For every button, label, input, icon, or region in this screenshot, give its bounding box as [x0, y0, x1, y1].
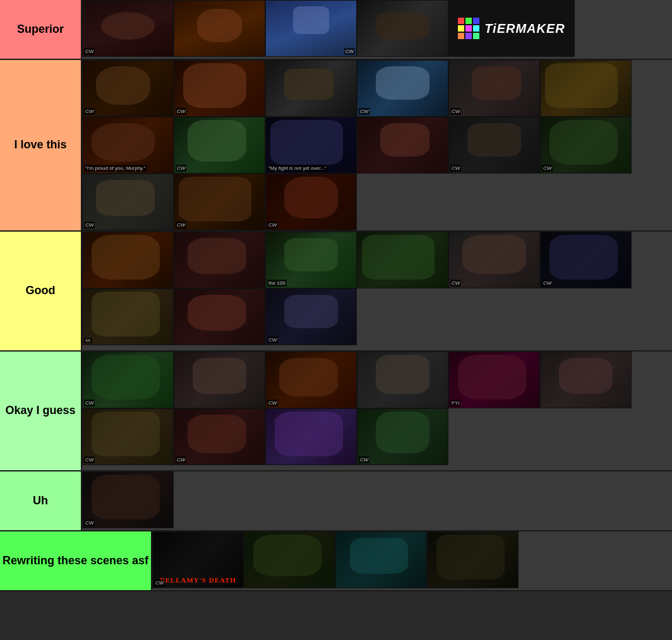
tier-label-uh: Uh [0, 471, 81, 530]
list-item[interactable]: CW [174, 174, 265, 230]
uh-label-text: Uh [33, 494, 48, 508]
list-item[interactable]: CW [174, 60, 265, 117]
list-item[interactable]: CW [448, 117, 540, 174]
rewriting-label-text: Rewriting these scenes asf [3, 554, 148, 568]
list-item[interactable] [357, 117, 448, 174]
tier-content-superior: CW CW [81, 0, 672, 59]
list-item[interactable]: CW [265, 288, 357, 345]
tier-content-good: the 100 CW CW 4K CW [81, 232, 672, 350]
love-label-text: I love this [14, 138, 66, 152]
list-item[interactable]: CW [82, 352, 174, 408]
list-item[interactable] [540, 60, 632, 117]
okay-label-text: Okay I guess [5, 404, 75, 418]
list-item[interactable] [174, 0, 265, 57]
list-item[interactable] [335, 531, 427, 588]
list-item[interactable]: "My fight is not yet over..." [265, 117, 357, 174]
list-item[interactable]: CW [82, 60, 174, 117]
list-item[interactable]: CW [82, 174, 174, 230]
tier-row-good: Good the 100 CW CW [0, 232, 672, 352]
list-item[interactable]: 4K [82, 288, 174, 345]
tier-content-okay: CW CW FYI CW [81, 352, 672, 470]
list-item[interactable] [174, 232, 265, 288]
list-item[interactable]: CW [357, 60, 448, 117]
list-item[interactable]: CW [357, 408, 448, 465]
list-item[interactable]: CW [82, 408, 174, 465]
tier-label-love: I love this [0, 60, 81, 230]
tier-row-uh: Uh CW [0, 471, 672, 531]
list-item[interactable] [265, 60, 357, 117]
list-item[interactable]: CW [540, 117, 632, 174]
list-item[interactable] [82, 232, 174, 288]
tier-list: Superior CW CW [0, 0, 672, 640]
tier-row-superior: Superior CW CW [0, 0, 672, 60]
list-item[interactable]: CW [174, 117, 265, 174]
list-item[interactable]: the 100 [265, 232, 357, 288]
list-item[interactable] [244, 531, 335, 588]
tier-row-okay: Okay I guess CW CW FYI [0, 352, 672, 471]
tier-label-rewriting: Rewriting these scenes asf [0, 531, 151, 590]
list-item[interactable]: CW [265, 352, 357, 408]
tier-content-rewriting: BELLAMY'S DEATH CW [151, 531, 672, 590]
list-item[interactable] [357, 232, 448, 288]
tier-row-rewriting: Rewriting these scenes asf BELLAMY'S DEA… [0, 531, 672, 591]
tier-content-uh: CW [81, 471, 672, 530]
list-item[interactable]: CW [265, 0, 357, 57]
list-item[interactable]: CW [540, 232, 632, 288]
list-item[interactable] [357, 352, 448, 408]
list-item[interactable]: CW [448, 232, 540, 288]
list-item[interactable] [540, 352, 632, 408]
list-item[interactable]: CW [82, 471, 174, 528]
list-item[interactable] [174, 352, 265, 408]
superior-label-text: Superior [17, 23, 64, 37]
list-item[interactable]: "I'm proud of you, Murphy." [82, 117, 174, 174]
tiermaker-logo-cell: TiERMAKER [448, 0, 575, 57]
list-item[interactable]: FYI [448, 352, 540, 408]
list-item[interactable]: CW [448, 60, 540, 117]
list-item[interactable] [174, 288, 265, 345]
list-item[interactable] [357, 0, 448, 57]
tier-row-love: I love this CW CW CW CW [0, 60, 672, 232]
tier-label-good: Good [0, 232, 81, 350]
tier-label-superior: Superior [0, 0, 81, 59]
list-item[interactable]: CW [265, 174, 357, 230]
list-item[interactable] [427, 531, 519, 588]
tier-label-okay: Okay I guess [0, 352, 81, 470]
good-label-text: Good [26, 284, 56, 298]
list-item[interactable]: CW [82, 0, 174, 57]
list-item[interactable] [265, 408, 357, 465]
tier-content-love: CW CW CW CW "I'm proud [81, 60, 672, 230]
list-item[interactable]: CW [174, 408, 265, 465]
list-item[interactable]: BELLAMY'S DEATH CW [152, 531, 244, 588]
